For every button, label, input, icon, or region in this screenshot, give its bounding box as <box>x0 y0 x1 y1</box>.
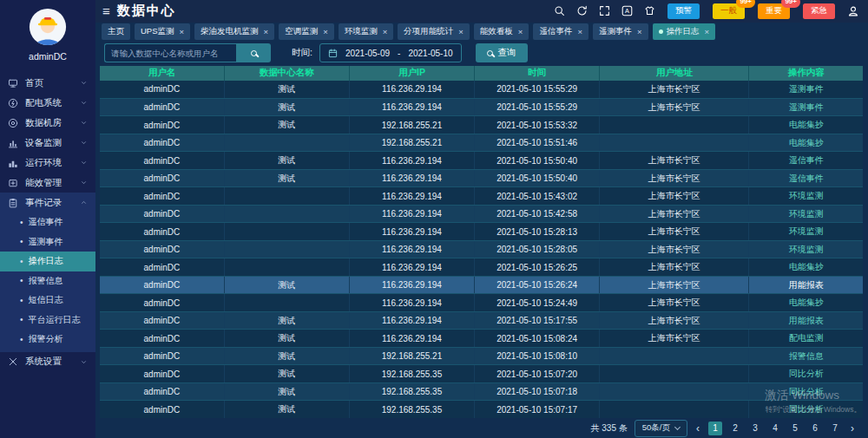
refresh-icon[interactable] <box>576 5 588 16</box>
table-row[interactable]: adminDC测试192.168.255.212021-05-10 15:08:… <box>100 347 863 365</box>
tab-air-conditioning[interactable]: 空调监测× <box>279 23 334 40</box>
tab-operation-log[interactable]: 操作日志× <box>653 23 716 40</box>
theme-icon[interactable] <box>644 5 655 16</box>
fullscreen-icon[interactable] <box>599 5 610 16</box>
table-row[interactable]: adminDC测试116.236.29.1942021-05-10 15:08:… <box>100 330 863 348</box>
table-row[interactable]: adminDC116.236.29.1942021-05-10 15:42:58… <box>100 205 863 223</box>
table-row[interactable]: adminDC测试116.236.29.1942021-05-10 15:55:… <box>100 98 863 116</box>
table-cell: 2021-05-10 15:55:29 <box>475 98 600 116</box>
table-row[interactable]: adminDC测试192.168.255.212021-05-10 15:53:… <box>100 116 863 134</box>
page-button-5[interactable]: 5 <box>788 422 802 435</box>
table-row[interactable]: adminDC116.236.29.1942021-05-10 15:28:13… <box>100 223 863 241</box>
bullet-icon: • <box>20 335 23 344</box>
close-icon[interactable]: × <box>518 27 523 36</box>
page-size-select[interactable]: 50条/页 <box>635 420 687 437</box>
tab-environment[interactable]: 环境监测× <box>339 23 394 40</box>
date-separator: - <box>398 49 400 58</box>
date-start-value[interactable]: 2021-05-09 <box>345 49 390 58</box>
page-button-6[interactable]: 6 <box>808 422 822 435</box>
tab-ups[interactable]: UPS监测× <box>135 23 190 40</box>
table-row[interactable]: adminDC测试116.236.29.1942021-05-10 15:17:… <box>100 311 863 330</box>
menu-icon[interactable]: ≡ <box>102 4 110 17</box>
close-icon[interactable]: × <box>323 27 328 36</box>
table-row[interactable]: adminDC116.236.29.1942021-05-10 15:43:02… <box>100 187 863 206</box>
prev-page-button[interactable]: ‹ <box>694 422 701 435</box>
table-row[interactable]: adminDC116.236.29.1942021-05-10 15:26:25… <box>100 258 863 277</box>
page-button-4[interactable]: 4 <box>768 422 782 435</box>
table-row[interactable]: adminDC116.236.29.1942021-05-10 15:24:49… <box>100 294 863 312</box>
tab-remote-signal[interactable]: 遥信事件× <box>533 23 589 40</box>
table-row[interactable]: adminDC测试116.236.29.1942021-05-10 15:50:… <box>100 169 863 187</box>
search-icon[interactable] <box>554 5 565 16</box>
page-button-3[interactable]: 3 <box>748 422 762 435</box>
table-cell: 192.168.255.35 <box>349 382 474 401</box>
alert-button-warning[interactable]: 预警 <box>667 3 700 19</box>
date-range-picker[interactable]: 2021-05-09 - 2021-05-10 <box>319 43 462 62</box>
sidebar-subitem-operation-log[interactable]: •操作日志 <box>0 252 95 271</box>
alert-button-urgent[interactable]: 紧急 <box>803 3 835 19</box>
avatar[interactable] <box>28 7 68 47</box>
close-icon[interactable]: × <box>264 27 269 36</box>
tab-energy-board[interactable]: 能效看板× <box>474 23 529 40</box>
sidebar-item-home[interactable]: 首页 <box>0 73 95 93</box>
translate-icon[interactable]: A <box>621 5 633 16</box>
sidebar-subitem-telemetry-events[interactable]: •遥测事件 <box>0 232 95 252</box>
table-cell: adminDC <box>100 330 224 348</box>
table-cell: 遥测事件 <box>749 81 863 99</box>
close-icon[interactable]: × <box>383 27 388 36</box>
table-cell: 电能集抄 <box>749 294 863 312</box>
tab-telemetry[interactable]: 遥测事件× <box>593 23 648 40</box>
search-input[interactable] <box>104 43 236 62</box>
close-icon[interactable]: × <box>458 27 464 36</box>
tab-diesel-generator[interactable]: 柴油发电机监测× <box>194 23 274 40</box>
alert-badge: 99+ <box>736 0 755 8</box>
table-cell: 上海市长宁区 <box>600 276 749 294</box>
table-cell: 测试 <box>224 382 349 401</box>
next-page-button[interactable]: › <box>849 422 856 435</box>
table-row[interactable]: adminDC测试192.168.255.352021-05-10 15:07:… <box>100 382 863 401</box>
search-button[interactable] <box>236 43 271 62</box>
table-row[interactable]: adminDC116.236.29.1942021-05-10 15:28:05… <box>100 240 863 258</box>
sidebar-item-energy-management[interactable]: 能效管理 <box>0 173 95 193</box>
sidebar-subitem-alarm-analysis[interactable]: •报警分析 <box>0 330 95 350</box>
tab-energy-stats[interactable]: 分项用能统计× <box>398 23 470 40</box>
table-row[interactable]: adminDC测试116.236.29.1942021-05-10 15:55:… <box>100 81 863 99</box>
column-header-2: 用户IP <box>349 66 474 81</box>
sidebar-item-event-records[interactable]: 事件记录 <box>0 193 95 212</box>
sidebar-subitem-alarm-info[interactable]: •报警信息 <box>0 271 95 291</box>
table-cell: 2021-05-10 15:26:25 <box>475 258 600 277</box>
sidebar-item-power-distribution[interactable]: 配电系统 <box>0 93 95 113</box>
alert-button-general[interactable]: 一般99+ <box>713 3 745 19</box>
sidebar-subitem-remote-signal-events[interactable]: •遥信事件 <box>0 212 95 232</box>
close-icon[interactable]: × <box>705 27 710 36</box>
sidebar-subitem-sms-log[interactable]: •短信日志 <box>0 291 95 311</box>
table-row[interactable]: adminDC192.168.255.212021-05-10 15:51:46… <box>100 134 863 152</box>
bullet-icon: • <box>20 237 23 246</box>
table-row[interactable]: adminDC测试116.236.29.1942021-05-10 15:26:… <box>100 276 863 294</box>
date-end-value[interactable]: 2021-05-10 <box>408 49 452 58</box>
close-icon[interactable]: × <box>180 27 185 36</box>
page-button-1[interactable]: 1 <box>708 422 722 435</box>
alert-button-important[interactable]: 重要99+ <box>758 3 790 19</box>
sidebar-item-data-room[interactable]: 数据机房 <box>0 113 95 133</box>
user-icon[interactable] <box>847 5 859 17</box>
close-icon[interactable]: × <box>577 27 582 36</box>
query-button[interactable]: 查询 <box>476 43 528 62</box>
sidebar-item-system-settings[interactable]: 系统设置 <box>0 352 95 372</box>
table-cell: 116.236.29.194 <box>349 205 474 223</box>
sidebar-subitem-platform-run-log[interactable]: •平台运行日志 <box>0 311 95 330</box>
alert-button-label: 预警 <box>675 5 692 15</box>
sidebar-item-device-monitoring[interactable]: 设备监测 <box>0 133 95 153</box>
table-row[interactable]: adminDC测试116.236.29.1942021-05-10 15:50:… <box>100 152 863 170</box>
table-row[interactable]: adminDC测试192.168.255.352021-05-10 15:07:… <box>100 365 863 383</box>
table-row[interactable]: adminDC测试192.168.255.352021-05-10 15:07:… <box>100 401 863 418</box>
sidebar-item-running-environment[interactable]: 运行环境 <box>0 153 95 173</box>
page-button-7[interactable]: 7 <box>828 422 842 435</box>
table-cell: 192.168.255.35 <box>349 365 474 383</box>
close-icon[interactable]: × <box>637 27 642 36</box>
page-button-2[interactable]: 2 <box>728 422 742 435</box>
table-cell: 2021-05-10 15:53:32 <box>475 116 600 134</box>
tab-home[interactable]: 主页 <box>102 23 130 40</box>
table-cell: 测试 <box>224 347 349 365</box>
tab-label: 主页 <box>108 26 124 37</box>
